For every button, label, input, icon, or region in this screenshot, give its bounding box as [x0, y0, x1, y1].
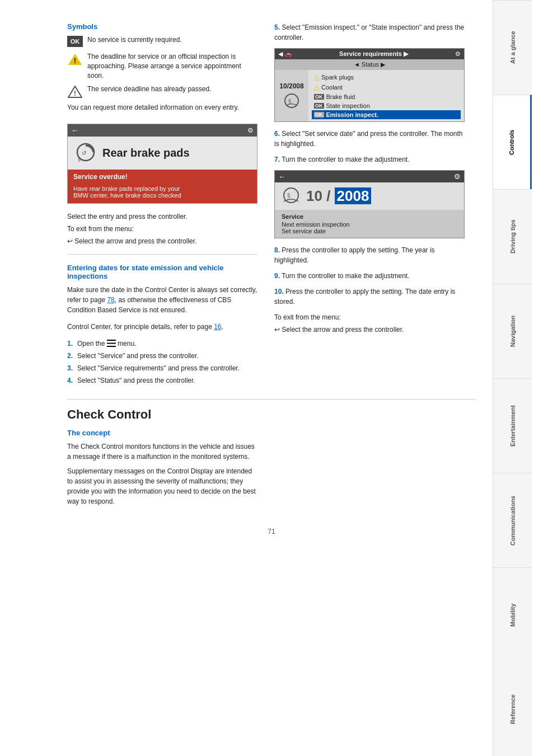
date-settings-icon: ⚙ — [454, 172, 461, 181]
warning-bar: Service overdue! — [68, 170, 257, 184]
step-8-num: 8. — [274, 246, 280, 254]
svc-label-state-inspection: State inspection — [326, 102, 370, 109]
ok-icon: OK — [67, 35, 83, 48]
left-column: Symbols OK No service is currently requi… — [67, 22, 257, 388]
svc-ok-badge-1: OK — [314, 94, 324, 100]
symbols-heading: Symbols — [67, 22, 257, 31]
step-4-text: Select "Status" and press the controller… — [77, 375, 195, 386]
triangle-warning-icon: ! — [67, 53, 83, 65]
svc-right-col: △ Spark plugs △ Coolant OK Brake fluid — [308, 70, 464, 121]
step-5: 5. Select "Emission inspect." or "State … — [274, 22, 465, 43]
svc-items-area: 10/2008 § △ Spark plugs — [275, 70, 464, 121]
svc-left-col: 10/2008 § — [275, 70, 308, 121]
brake-screen-mockup: ← ⚙ ↺ § Rear brake pads Serv — [67, 124, 257, 204]
page-link-16[interactable]: 16 — [214, 323, 221, 331]
exit-instruction: To exit from the menu: — [67, 224, 257, 234]
step-6-text: Select "Set service date" and press the … — [274, 130, 463, 148]
sidebar-tab-mobility[interactable]: Mobility — [493, 567, 532, 662]
svc-item-spark-plugs: △ Spark plugs — [312, 72, 461, 82]
check-control-title: Check Control — [67, 407, 476, 422]
sidebar-tab-communications[interactable]: Communications — [493, 473, 532, 567]
step-10-text: Press the controller to apply the settin… — [274, 288, 455, 306]
svc-label-emission: Emission inspect. — [326, 111, 379, 118]
right-column: 5. Select "Emission inspect." or "State … — [274, 22, 465, 388]
svc-label-brake-fluid: Brake fluid — [326, 93, 355, 100]
svc-back-icon: ◀ 🚗 — [278, 50, 292, 58]
step-8-text: Press the controller to apply the settin… — [274, 246, 435, 264]
screen-top-bar: ← ⚙ — [68, 124, 257, 137]
symbol-row-ok: OK No service is currently required. — [67, 35, 257, 48]
date-set-label: Set service date — [282, 228, 457, 234]
check-control-section: Check Control The concept The Check Cont… — [67, 399, 476, 511]
symbol-ok-text: No service is currently required. — [87, 35, 182, 45]
step-9-text: Turn the controller to make the adjustme… — [282, 272, 409, 280]
brake-label: Rear brake pads — [102, 147, 190, 159]
step-4-num: 4. — [67, 375, 75, 386]
step-5-num: 5. — [274, 24, 280, 31]
svg-text:§: § — [287, 192, 291, 199]
step-1-num: 1. — [67, 339, 75, 349]
svc-label-coolant: Coolant — [321, 84, 343, 91]
select-instruction: Select the entry and press the controlle… — [67, 212, 257, 222]
two-col-layout: Symbols OK No service is currently requi… — [67, 22, 476, 388]
right-sidebar: At a glance Controls Driving tips Naviga… — [493, 0, 532, 756]
svg-rect-10 — [107, 343, 116, 344]
step-1-text: Open the menu. — [77, 339, 136, 349]
svg-text:!: ! — [74, 57, 76, 65]
right-exit-detail: ↩ Select the arrow and press the control… — [274, 325, 465, 335]
sidebar-tab-driving-tips[interactable]: Driving tips — [493, 189, 532, 284]
date-month: 10 / 2008 — [306, 187, 371, 204]
general-info-text: You can request more detailed informatio… — [67, 102, 257, 112]
concept-text-1: The Check Control monitors functions in … — [67, 442, 257, 462]
svg-rect-11 — [107, 346, 116, 347]
step-10-num: 10. — [274, 288, 284, 295]
symbol-overdue-text: The service deadline has already passed. — [87, 84, 211, 94]
entering-section: Entering dates for state emission and ve… — [67, 264, 257, 386]
concept-heading: The concept — [67, 429, 257, 437]
sidebar-tab-entertainment[interactable]: Entertainment — [493, 378, 532, 473]
sidebar-tab-reference[interactable]: Reference — [493, 662, 532, 756]
symbol-warning-text: The deadline for service or an official … — [87, 52, 257, 80]
step-7-text: Turn the controller to make the adjustme… — [282, 156, 409, 163]
step-10: 10. Press the controller to apply the se… — [274, 287, 465, 307]
symbols-section: Symbols OK No service is currently requi… — [67, 22, 257, 112]
warning-detail-line1: Have rear brake pads replaced by your — [73, 185, 251, 192]
menu-icon — [107, 340, 116, 347]
sidebar-tab-controls[interactable]: Controls — [493, 95, 532, 189]
page-link-78[interactable]: 78 — [107, 296, 114, 304]
svc-title: Service requirements ▶ — [339, 50, 408, 58]
svc-date: 10/2008 — [279, 82, 303, 90]
step-8: 8. Press the controller to apply the set… — [274, 245, 465, 265]
divider — [67, 254, 257, 255]
check-control-cols: The concept The Check Control monitors f… — [67, 429, 476, 511]
step-6-num: 6. — [274, 130, 280, 138]
svc-item-brake-fluid: OK Brake fluid — [312, 92, 461, 101]
sidebar-tab-navigation[interactable]: Navigation — [493, 284, 532, 378]
svg-text:!: ! — [74, 90, 76, 97]
symbol-row-warning: ! The deadline for service or an officia… — [67, 52, 257, 80]
step-5-text: Select "Emission inspect." or "State ins… — [274, 24, 464, 41]
page-number: 71 — [67, 528, 476, 536]
date-adjustment-screen: ← ⚙ § 10 / 2 — [274, 170, 465, 238]
step-6: 6. Select "Set service date" and press t… — [274, 129, 465, 149]
step-2: 2. Select "Service" and press the contro… — [67, 351, 257, 361]
step-3-text: Select "Service requirements" and press … — [77, 363, 240, 373]
brake-main-content: ↺ § Rear brake pads — [68, 137, 257, 170]
sidebar-tab-at-a-glance[interactable]: At a glance — [493, 0, 532, 95]
step-3: 3. Select "Service requirements" and pre… — [67, 363, 257, 373]
right-exit-instruction: To exit from the menu: — [274, 312, 465, 322]
svc-ok-badge-3: OK — [314, 112, 324, 118]
svc-ok-badge-2: OK — [314, 103, 324, 109]
symbol-row-overdue: ! The service deadline has already passe… — [67, 84, 257, 98]
svc-label-spark-plugs: Spark plugs — [321, 74, 354, 81]
date-back-icon: ← — [278, 172, 285, 181]
entering-intro2: Control Center, for principle details, r… — [67, 322, 257, 332]
warning-detail: Have rear brake pads replaced by your BM… — [68, 184, 257, 203]
step-9: 9. Turn the controller to make the adjus… — [274, 271, 465, 281]
svg-text:OK: OK — [71, 38, 80, 45]
steps-list: 1. Open the menu. 2. Select "Service" an… — [67, 339, 257, 386]
svg-text:↺: ↺ — [82, 150, 86, 156]
triangle-overdue-icon: ! — [67, 86, 83, 98]
svc-item-coolant: △ Coolant — [312, 82, 461, 92]
svg-text:§: § — [78, 157, 81, 162]
